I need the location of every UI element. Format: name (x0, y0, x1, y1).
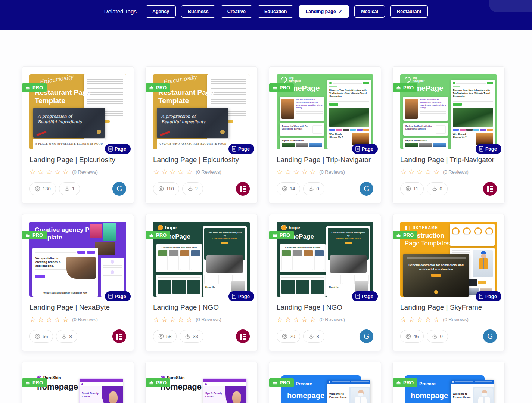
template-card[interactable]: hope HomePage Causes We believe what we … (269, 214, 381, 351)
pro-badge: PRO (22, 83, 47, 92)
template-card[interactable]: Epicuriosity Restaurant Page Template A … (145, 66, 258, 204)
template-card[interactable]: Trip Navigator HomePage We are dedicated… (392, 66, 505, 204)
downloads-pill: 0 (427, 330, 448, 343)
children-photo (330, 255, 367, 273)
rating-row: ☆☆☆☆☆ (0 Reviews) (29, 168, 126, 176)
card-stats: 46 0 G (400, 329, 497, 343)
star-rating: ☆☆☆☆☆ (153, 168, 194, 176)
reviews-count: (0 Reviews) (72, 169, 98, 175)
template-title[interactable]: Landing Page | NexaByte (29, 303, 126, 311)
pro-badge: PRO (146, 378, 170, 387)
page-badge: Page (228, 291, 254, 301)
template-card[interactable]: ❀PureSkin homepage Spa & Beauty Center S… (22, 362, 134, 403)
template-card[interactable]: ♥Precare homepage Welcome to Precare the… (269, 362, 381, 403)
vest-shape (479, 258, 488, 269)
downloads-pill: 0 (303, 182, 324, 195)
page-badge: Page (105, 291, 131, 301)
template-card[interactable]: Epicuriosity Restaurant Page Template A … (22, 66, 134, 204)
page-icon (355, 294, 360, 299)
views-pill: 58 (153, 330, 177, 343)
eye-icon (405, 334, 411, 339)
template-card[interactable]: Trip Navigator HomePage We are dedicated… (269, 66, 381, 204)
check-icon: ✓ (339, 9, 342, 14)
star-rating: ☆☆☆☆☆ (400, 168, 441, 176)
forest-photo (329, 108, 369, 127)
pro-badge: PRO (22, 378, 47, 387)
preview-wrap: Trip Navigator HomePage We are dedicated… (400, 74, 497, 149)
tag-agency[interactable]: Agency (146, 5, 176, 18)
tag-medical[interactable]: Medical (354, 5, 385, 18)
chili-accent (160, 131, 170, 136)
template-card[interactable]: Creative agency Page Template We special… (22, 214, 134, 351)
preview-panel: Explore to Destination (280, 138, 324, 149)
template-title[interactable]: Landing Page | SkyFrame (400, 303, 497, 311)
views-pill: 20 (277, 330, 300, 343)
preview-panel: Explore the World with Our Exceptional S… (403, 123, 448, 136)
download-icon (61, 334, 67, 339)
star-rating: ☆☆☆☆☆ (29, 168, 71, 176)
children-photo (206, 255, 243, 273)
card-stats: 56 8 (29, 329, 126, 343)
preview-wrap: ♥Precare homepage Welcome to Precare the… (400, 369, 497, 403)
pro-badge: PRO (269, 378, 294, 387)
rating-row: ☆☆☆☆☆ (0 Reviews) (400, 315, 497, 323)
page-icon (108, 294, 113, 299)
eye-icon (158, 186, 164, 192)
preview-wrap: hope HomePage Causes We believe what we … (153, 222, 250, 297)
views-pill: 110 (153, 182, 179, 195)
template-title[interactable]: Landing Page | NGO (277, 303, 373, 311)
template-title[interactable]: Landing Page | Trip-Navigator (400, 156, 497, 164)
elementor-icon (236, 182, 250, 196)
reviews-count: (0 Reviews) (196, 317, 221, 322)
template-title[interactable]: Landing Page | NGO (153, 303, 250, 311)
crown-icon (396, 85, 401, 90)
preview-panel: Explore to Destination (403, 138, 448, 149)
crown-icon (149, 233, 154, 238)
downloads-pill: 33 (180, 330, 203, 343)
download-icon (185, 334, 190, 339)
crown-icon (272, 380, 278, 385)
reviews-count: (0 Reviews) (443, 317, 469, 322)
preview-panel: Causes We believe what we achieve (156, 244, 202, 272)
template-title[interactable]: Landing Page | Epicuriosity (153, 156, 250, 164)
template-card[interactable]: ♥Precare homepage Welcome to Precare the… (392, 362, 505, 403)
elementor-icon (112, 329, 126, 343)
page-badge: Page (352, 144, 378, 154)
related-tags-bar: Related Tags Agency Business Creative Ed… (0, 0, 532, 30)
downloads-pill: 1 (59, 182, 80, 195)
eye-icon (282, 186, 287, 192)
preview-logo: hope (158, 225, 177, 230)
preview-panel (280, 275, 326, 297)
downloads-pill: 8 (56, 330, 77, 343)
template-card[interactable]: |SKYFRAME Construction Page Templates (392, 214, 505, 351)
preview-wrap: |SKYFRAME Construction Page Templates (400, 222, 497, 297)
card-stats: 11 0 (400, 182, 497, 196)
preview-footer-strip: A PLACE WHO APPRECIATE EXQUISITE FOOD (33, 139, 105, 149)
swirl-icon (404, 75, 412, 84)
tag-education[interactable]: Education (258, 5, 293, 18)
tag-landing-page-active[interactable]: Landing page ✓ (299, 5, 349, 18)
collage-photo (90, 224, 102, 238)
rating-row: ☆☆☆☆☆ (0 Reviews) (153, 168, 250, 176)
tag-creative[interactable]: Creative (221, 5, 252, 18)
template-card[interactable]: hope HomePage Causes We believe what we … (145, 214, 258, 351)
preview-wrap: ❀PureSkin homepage Spa & Beauty Center S… (153, 369, 250, 403)
tag-business[interactable]: Business (181, 5, 215, 18)
rating-row: ☆☆☆☆☆ (0 Reviews) (29, 315, 126, 323)
rating-row: ☆☆☆☆☆ (0 Reviews) (153, 315, 250, 323)
eye-icon (282, 334, 287, 339)
downloads-pill: 2 (182, 182, 203, 195)
preview-site-screenshot: Discover Your Next Adventure with TripNa… (451, 80, 495, 149)
reviews-count: (0 Reviews) (319, 169, 345, 175)
preview-wrap: Epicuriosity Restaurant Page Template A … (153, 74, 250, 149)
tag-restaurant[interactable]: Restaurant (390, 5, 428, 18)
template-title[interactable]: Landing Page | Epicuriosity (29, 156, 126, 164)
related-tags-inner: Related Tags Agency Business Creative Ed… (0, 0, 532, 18)
preview-footer-strip: A PLACE WHO APPRECIATE EXQUISITE FOOD (157, 139, 228, 149)
crown-icon (25, 380, 31, 385)
download-icon (308, 186, 314, 192)
template-title[interactable]: Landing Page | Trip-Navigator (277, 156, 373, 164)
template-card[interactable]: ❀PureSkin homepage Spa & Beauty Center S… (145, 362, 258, 403)
pro-badge: PRO (146, 231, 170, 239)
templates-grid: Epicuriosity Restaurant Page Template A … (22, 66, 505, 403)
